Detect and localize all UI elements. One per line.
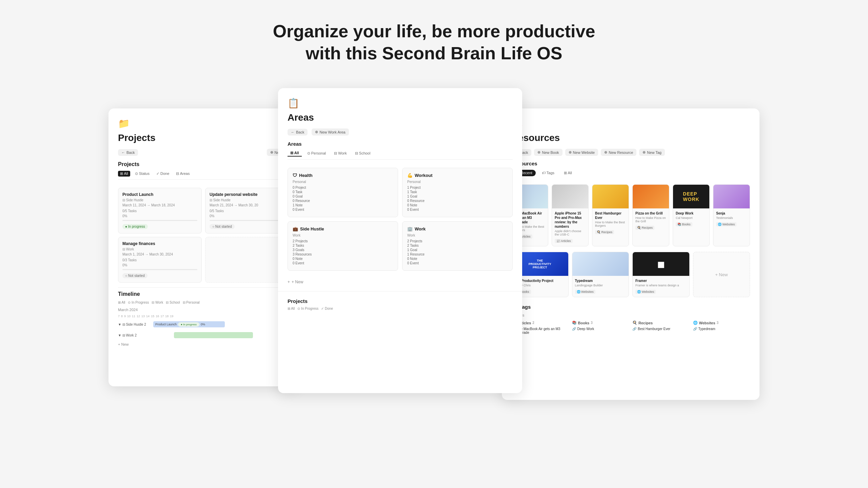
resources-icon: 🔖 (511, 118, 750, 129)
tab-done[interactable]: ✓ Done (154, 171, 171, 177)
work-goal: 1 Goal (407, 248, 508, 252)
areas-tab-work[interactable]: ⊟ Work (331, 150, 350, 157)
recipes-label: Recipes (638, 321, 653, 325)
resources-title: Resources (511, 133, 750, 143)
new-website-button[interactable]: ⊕ New Website (565, 149, 598, 156)
areas-projects-tab-all[interactable]: ⊞ All (288, 307, 295, 310)
timeline-numbers: 7891011 1213141516 171819 (118, 314, 289, 318)
resource-sub-framer: Framer is where teams design a (635, 284, 687, 287)
websites-count: 3 (717, 321, 719, 325)
project-progress-3: 0% (122, 263, 197, 267)
timeline-filter-personal[interactable]: ⊟ Personal (183, 301, 200, 304)
areas-projects-tab-inprogress[interactable]: ⊙ In Progress (297, 307, 318, 310)
areas-tab-personal[interactable]: ⊙ Personal (304, 150, 329, 157)
project-name-3: Manage finances (122, 241, 197, 246)
projects-back-button[interactable]: ← Back (118, 149, 138, 156)
resource-tag-senja: 🌐 Websites (716, 222, 736, 226)
timeline-bar-product: Product Launch ● In progress 0% (153, 321, 225, 327)
sidehustle-resource: 3 Resources (293, 252, 393, 256)
timeline-filter-school[interactable]: ⊟ School (166, 301, 180, 304)
resource-card-typedream[interactable]: Typedream Landingpage Builder 🌐 Websites (572, 252, 629, 297)
area-card-workout[interactable]: 💪 Workout Personal 1 Project 1 Task 1 Go… (402, 168, 513, 217)
project-card-2[interactable]: Update personal website ⊟ Side Hustle Ma… (205, 188, 289, 233)
timeline-filter-work[interactable]: ⊟ Work (152, 301, 163, 304)
books-label: Books (578, 321, 590, 325)
resource-sub-senja: Testimonials (716, 216, 747, 220)
recipes-item-1[interactable]: 🔗 Best Hamburger Ever (632, 327, 690, 331)
project-date-2: March 21, 2024 → March 30, 20 (210, 203, 284, 207)
resource-card-iphone[interactable]: Apple iPhone 15 Pro and Pro-Max review: … (552, 184, 589, 246)
by-tags-title: By Tags (511, 304, 750, 310)
resource-tag-deepwork: 📚 Books (676, 222, 692, 226)
books-item-1[interactable]: 🔗 Deep Work (572, 327, 629, 331)
areas-new-button[interactable]: + + New (278, 276, 522, 288)
timeline-filter-inprogress[interactable]: ⊙ In Progress (128, 301, 149, 304)
resource-card-senja[interactable]: Senja Testimonials 🌐 Websites (713, 184, 750, 246)
resource-card-burger[interactable]: Best Hamburger Ever How to Make the Best… (592, 184, 629, 246)
project-card-3[interactable]: Manage finances ⊟ Work March 1, 2024 → M… (118, 237, 202, 283)
resource-card-new[interactable]: + New (693, 252, 750, 297)
area-card-sidehustle[interactable]: 💼 Side Hustle Work 2 Projects 2 Tasks 3 … (288, 221, 398, 271)
areas-back-arrow-icon: ← (291, 130, 295, 134)
plus-icon: ⊕ (270, 150, 273, 155)
resource-card-framer[interactable]: ◼ Framer Framer is where teams design a … (632, 252, 690, 297)
resource-img-typedream (572, 252, 629, 276)
tag-col-books: 📚 Books 3 🔗 Deep Work (572, 321, 629, 336)
workout-goal: 1 Goal (407, 195, 508, 198)
area-card-work[interactable]: 🏢 Work Work 2 Projects 2 Tasks 1 Goal 1 … (402, 221, 513, 271)
by-tags-label: 🏷 Tags (511, 313, 750, 317)
workout-note: 0 Note (407, 203, 508, 207)
projects-filter-tabs: ⊞ All ⊙ Status ✓ Done ⊟ Areas (118, 171, 289, 180)
work-task: 2 Tasks (407, 244, 508, 247)
books-icon: 📚 (572, 321, 577, 325)
resource-sub-burger: How to Make the Best Burgers (595, 221, 626, 227)
resource-card-pizza[interactable]: Pizza on the Grill How to Make Pizza on … (632, 184, 669, 246)
areas-divider (278, 291, 522, 291)
timeline-bar-label: Product Launch (155, 323, 177, 326)
link-icon-4: 🔗 (693, 327, 697, 331)
area-name-health: Health (299, 173, 313, 178)
res-tab-tags[interactable]: 🏷 Tags (538, 170, 558, 176)
projects-title: Projects (118, 133, 289, 143)
timeline-filter: ⊞ All ⊙ In Progress ⊟ Work ⊟ School ⊟ Pe… (118, 301, 289, 304)
tab-areas[interactable]: ⊟ Areas (174, 171, 192, 177)
health-task: 0 Task (293, 190, 393, 194)
area-card-health[interactable]: 🛡 Health Personal 0 Project 0 Task 0 Goa… (288, 168, 398, 217)
res-tab-all[interactable]: ⊞ All (560, 170, 575, 176)
projects-nav: ← Back ⊕ New P (118, 149, 289, 156)
timeline-filter-all[interactable]: ⊞ All (118, 301, 125, 304)
resource-card-deepwork[interactable]: DEEPWORK Deep Work Cal Newport 📚 Books (673, 184, 710, 246)
project-progress-2: 0% (210, 214, 284, 218)
timeline-progress-pct: 0% (201, 323, 205, 326)
areas-filter-tabs: ⊞ All ⊙ Personal ⊟ Work ⊟ School (288, 150, 513, 160)
resource-sub-pizza: How to Make Pizza on the Grill (635, 216, 666, 223)
project-progress-1: 0% (122, 214, 197, 218)
project-date-1: March 11, 2024 → March 18, 2024 (122, 203, 197, 207)
resource-img-framer: ◼ (633, 252, 689, 276)
resource-img-pizza (633, 185, 669, 208)
recipes-icon: 🍳 (632, 321, 637, 325)
tab-status[interactable]: ⊙ Status (133, 171, 152, 177)
tab-all[interactable]: ⊞ All (118, 171, 130, 177)
resource-tag-burger: 🍳 Recipes (595, 230, 614, 234)
project-card-1[interactable]: Product Launch ⊟ Side Hustle March 11, 2… (118, 188, 202, 233)
new-tag-button[interactable]: ⊕ New Tag (639, 149, 665, 156)
new-book-button[interactable]: ⊕ New Book (534, 149, 562, 156)
resource-name-senja: Senja (716, 211, 747, 216)
areas-tab-all[interactable]: ⊞ All (288, 150, 302, 157)
timeline-month: March 2024 (118, 308, 289, 312)
new-resource-button[interactable]: ⊕ New Resource (601, 149, 636, 156)
areas-projects-tab-done[interactable]: ✓ Done (321, 307, 333, 310)
areas-tab-school[interactable]: ⊟ School (352, 150, 373, 157)
health-project: 0 Project (293, 186, 393, 189)
timeline-new-button[interactable]: + New (118, 342, 289, 346)
sidehustle-project: 2 Projects (293, 239, 393, 243)
hero-title: Organize your life, be more productive w… (273, 20, 595, 64)
project-tag-3: ⊟ Work (122, 247, 197, 251)
areas-back-button[interactable]: ← Back (288, 129, 308, 136)
timeline-label-work: ▼ ⊟ Work 2 (118, 333, 137, 337)
areas-new-work-area-button[interactable]: ⊕ New Work Area (312, 128, 349, 136)
websites-item-1[interactable]: 🔗 Typedream (693, 327, 750, 331)
resource-img-burger (592, 185, 629, 208)
resource-sub-iphone: Apple didn't choose the USB-C (555, 229, 586, 236)
